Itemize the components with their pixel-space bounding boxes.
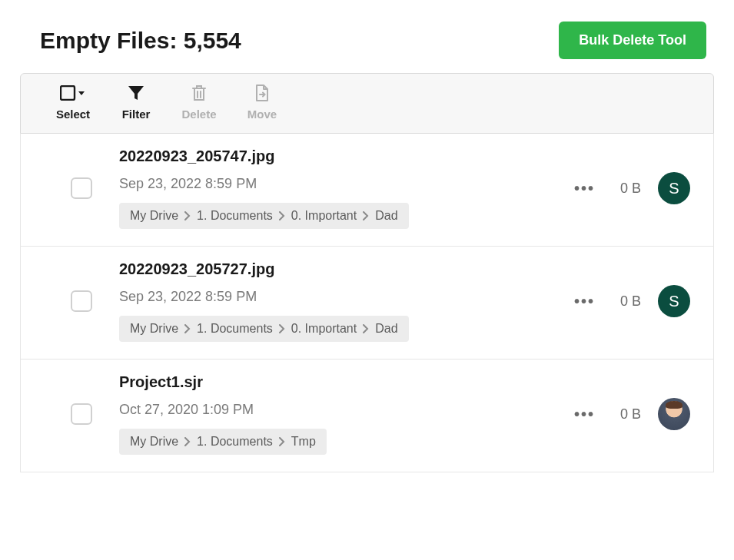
row-main: 20220923_205747.jpgSep 23, 2022 8:59 PMM… (119, 147, 556, 229)
breadcrumb-segment[interactable]: 1. Documents (197, 209, 273, 223)
chevron-right-icon (363, 211, 369, 220)
breadcrumb: My Drive1. Documents0. ImportantDad (119, 316, 409, 342)
chevron-right-icon (184, 437, 191, 446)
row-checkbox[interactable] (71, 290, 92, 312)
file-move-icon (255, 84, 269, 101)
chevron-right-icon (279, 211, 285, 220)
file-size: 0 B (615, 181, 641, 197)
breadcrumb-segment[interactable]: Dad (375, 209, 397, 223)
file-list: 20220923_205747.jpgSep 23, 2022 8:59 PMM… (20, 134, 714, 472)
breadcrumb: My Drive1. DocumentsTmp (119, 429, 327, 455)
row-actions: •••0 BS (571, 172, 690, 204)
svg-rect-0 (61, 86, 75, 100)
file-row: Project1.sjrOct 27, 2020 1:09 PMMy Drive… (21, 360, 713, 472)
delete-label: Delete (181, 108, 216, 121)
row-main: 20220923_205727.jpgSep 23, 2022 8:59 PMM… (119, 260, 556, 342)
filter-button[interactable]: Filter (118, 84, 154, 121)
breadcrumb-segment[interactable]: 1. Documents (197, 435, 273, 449)
file-date: Sep 23, 2022 8:59 PM (119, 176, 556, 192)
owner-avatar: S (658, 172, 690, 204)
chevron-right-icon (363, 324, 369, 333)
avatar-initial: S (669, 293, 679, 310)
file-date: Oct 27, 2020 1:09 PM (119, 402, 556, 418)
avatar-initial: S (669, 180, 679, 197)
chevron-right-icon (279, 324, 285, 333)
file-row: 20220923_205747.jpgSep 23, 2022 8:59 PMM… (21, 134, 713, 247)
file-row: 20220923_205727.jpgSep 23, 2022 8:59 PMM… (21, 247, 713, 360)
toolbar: Select Filter Delete (20, 73, 714, 134)
select-button[interactable]: Select (55, 84, 91, 121)
filter-icon (128, 84, 144, 101)
breadcrumb-segment[interactable]: 0. Important (291, 209, 357, 223)
page-title: Empty Files: 5,554 (40, 28, 241, 54)
more-menu-icon[interactable]: ••• (571, 290, 598, 313)
row-checkbox[interactable] (71, 403, 92, 425)
breadcrumb-segment[interactable]: 0. Important (291, 322, 357, 336)
delete-button[interactable]: Delete (181, 84, 218, 121)
filter-label: Filter (122, 108, 151, 121)
file-name[interactable]: 20220923_205727.jpg (119, 260, 556, 278)
more-menu-icon[interactable]: ••• (571, 403, 598, 426)
more-menu-icon[interactable]: ••• (571, 177, 598, 200)
select-label: Select (56, 108, 90, 121)
file-name[interactable]: Project1.sjr (119, 373, 556, 391)
file-size: 0 B (615, 293, 641, 310)
file-size: 0 B (615, 406, 641, 422)
bulk-delete-button[interactable]: Bulk Delete Tool (559, 22, 706, 59)
owner-avatar (658, 398, 690, 430)
file-name[interactable]: 20220923_205747.jpg (119, 147, 556, 165)
breadcrumb-segment[interactable]: Dad (375, 322, 397, 336)
move-button[interactable]: Move (244, 84, 281, 121)
row-actions: •••0 BS (571, 285, 690, 317)
page-header: Empty Files: 5,554 Bulk Delete Tool (0, 0, 734, 73)
row-checkbox[interactable] (71, 177, 92, 199)
breadcrumb: My Drive1. Documents0. ImportantDad (119, 203, 409, 229)
breadcrumb-segment[interactable]: My Drive (130, 322, 178, 336)
file-date: Sep 23, 2022 8:59 PM (119, 289, 556, 305)
chevron-right-icon (184, 324, 191, 333)
checkbox-dropdown-icon (60, 84, 86, 101)
breadcrumb-segment[interactable]: Tmp (291, 435, 316, 449)
move-label: Move (247, 108, 277, 121)
row-main: Project1.sjrOct 27, 2020 1:09 PMMy Drive… (119, 373, 556, 455)
owner-avatar: S (658, 285, 690, 317)
breadcrumb-segment[interactable]: My Drive (130, 435, 178, 449)
chevron-right-icon (184, 211, 191, 220)
breadcrumb-segment[interactable]: 1. Documents (197, 322, 273, 336)
row-actions: •••0 B (571, 398, 690, 430)
breadcrumb-segment[interactable]: My Drive (130, 209, 178, 223)
chevron-right-icon (279, 437, 285, 446)
trash-icon (191, 84, 207, 101)
